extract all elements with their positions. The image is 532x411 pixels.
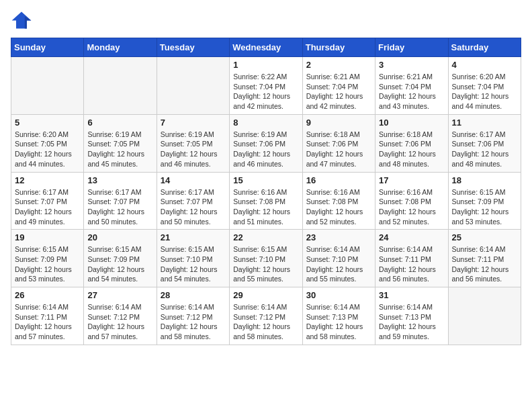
day-number: 6 [87,118,152,128]
day-number: 25 [452,232,517,242]
day-info: Sunrise: 6:16 AM Sunset: 7:08 PM Dayligh… [233,187,298,227]
day-info: Sunrise: 6:14 AM Sunset: 7:11 PM Dayligh… [15,302,80,342]
day-info: Sunrise: 6:14 AM Sunset: 7:11 PM Dayligh… [379,244,444,284]
calendar-cell: 16Sunrise: 6:16 AM Sunset: 7:08 PM Dayli… [302,172,375,230]
day-number: 2 [306,60,371,70]
day-number: 3 [379,60,444,70]
calendar-cell: 26Sunrise: 6:14 AM Sunset: 7:11 PM Dayli… [11,287,84,345]
day-info: Sunrise: 6:18 AM Sunset: 7:06 PM Dayligh… [306,130,371,169]
day-number: 31 [379,290,444,300]
day-info: Sunrise: 6:20 AM Sunset: 7:05 PM Dayligh… [15,130,80,169]
day-info: Sunrise: 6:16 AM Sunset: 7:08 PM Dayligh… [379,187,444,227]
calendar-cell: 3Sunrise: 6:21 AM Sunset: 7:04 PM Daylig… [375,57,448,115]
calendar-body: 1Sunrise: 6:22 AM Sunset: 7:04 PM Daylig… [11,57,521,345]
day-number: 14 [161,175,226,185]
weekday-header-friday: Friday [375,38,448,57]
calendar-cell: 29Sunrise: 6:14 AM Sunset: 7:12 PM Dayli… [230,287,302,345]
calendar-cell: 21Sunrise: 6:15 AM Sunset: 7:10 PM Dayli… [157,230,229,287]
calendar-cell: 24Sunrise: 6:14 AM Sunset: 7:11 PM Dayli… [375,230,448,287]
day-info: Sunrise: 6:15 AM Sunset: 7:10 PM Dayligh… [161,244,226,284]
day-number: 18 [452,175,517,185]
weekday-header-sunday: Sunday [11,38,84,57]
day-info: Sunrise: 6:16 AM Sunset: 7:08 PM Dayligh… [306,187,371,227]
day-info: Sunrise: 6:15 AM Sunset: 7:09 PM Dayligh… [15,244,80,284]
calendar-week-4: 19Sunrise: 6:15 AM Sunset: 7:09 PM Dayli… [11,230,521,287]
calendar-cell: 20Sunrise: 6:15 AM Sunset: 7:09 PM Dayli… [84,230,157,287]
day-number: 19 [15,232,80,242]
calendar-week-1: 1Sunrise: 6:22 AM Sunset: 7:04 PM Daylig… [11,57,521,115]
day-number: 5 [15,118,80,128]
calendar-cell: 22Sunrise: 6:15 AM Sunset: 7:10 PM Dayli… [230,230,302,287]
day-info: Sunrise: 6:20 AM Sunset: 7:04 PM Dayligh… [452,72,517,111]
calendar-cell: 27Sunrise: 6:14 AM Sunset: 7:12 PM Dayli… [84,287,157,345]
calendar-cell: 4Sunrise: 6:20 AM Sunset: 7:04 PM Daylig… [448,57,521,115]
calendar-cell [157,57,229,115]
day-number: 8 [233,118,298,128]
weekday-header-wednesday: Wednesday [230,38,302,57]
calendar-cell [448,287,521,345]
day-number: 10 [379,118,444,128]
day-number: 20 [87,232,152,242]
calendar-cell [11,57,84,115]
calendar-cell: 7Sunrise: 6:19 AM Sunset: 7:05 PM Daylig… [157,114,229,172]
day-number: 11 [452,118,517,128]
day-info: Sunrise: 6:17 AM Sunset: 7:06 PM Dayligh… [452,130,517,169]
calendar-cell: 11Sunrise: 6:17 AM Sunset: 7:06 PM Dayli… [448,114,521,172]
calendar-week-2: 5Sunrise: 6:20 AM Sunset: 7:05 PM Daylig… [11,114,521,172]
day-info: Sunrise: 6:17 AM Sunset: 7:07 PM Dayligh… [161,187,226,227]
day-info: Sunrise: 6:14 AM Sunset: 7:12 PM Dayligh… [161,302,226,342]
calendar-cell: 19Sunrise: 6:15 AM Sunset: 7:09 PM Dayli… [11,230,84,287]
day-number: 24 [379,232,444,242]
weekday-header-saturday: Saturday [448,38,521,57]
calendar-cell: 25Sunrise: 6:14 AM Sunset: 7:11 PM Dayli… [448,230,521,287]
day-number: 4 [452,60,517,70]
day-number: 29 [233,290,298,300]
logo-icon [11,11,32,30]
day-info: Sunrise: 6:22 AM Sunset: 7:04 PM Dayligh… [233,72,298,111]
calendar-table: SundayMondayTuesdayWednesdayThursdayFrid… [11,38,521,345]
weekday-header-thursday: Thursday [302,38,375,57]
day-number: 9 [306,118,371,128]
calendar-cell: 8Sunrise: 6:19 AM Sunset: 7:06 PM Daylig… [230,114,302,172]
day-info: Sunrise: 6:14 AM Sunset: 7:10 PM Dayligh… [306,244,371,284]
calendar-cell: 9Sunrise: 6:18 AM Sunset: 7:06 PM Daylig… [302,114,375,172]
day-info: Sunrise: 6:18 AM Sunset: 7:06 PM Dayligh… [379,130,444,169]
day-number: 23 [306,232,371,242]
calendar-cell [84,57,157,115]
day-info: Sunrise: 6:17 AM Sunset: 7:07 PM Dayligh… [87,187,152,227]
day-info: Sunrise: 6:19 AM Sunset: 7:05 PM Dayligh… [161,130,226,169]
calendar-cell: 31Sunrise: 6:14 AM Sunset: 7:13 PM Dayli… [375,287,448,345]
day-info: Sunrise: 6:17 AM Sunset: 7:07 PM Dayligh… [15,187,80,227]
day-info: Sunrise: 6:15 AM Sunset: 7:09 PM Dayligh… [452,187,517,227]
calendar-cell: 15Sunrise: 6:16 AM Sunset: 7:08 PM Dayli… [230,172,302,230]
calendar-cell: 5Sunrise: 6:20 AM Sunset: 7:05 PM Daylig… [11,114,84,172]
day-number: 27 [87,290,152,300]
calendar-cell: 28Sunrise: 6:14 AM Sunset: 7:12 PM Dayli… [157,287,229,345]
weekday-header-row: SundayMondayTuesdayWednesdayThursdayFrid… [11,38,521,57]
weekday-header-tuesday: Tuesday [157,38,229,57]
day-number: 7 [161,118,226,128]
day-info: Sunrise: 6:14 AM Sunset: 7:12 PM Dayligh… [233,302,298,342]
day-info: Sunrise: 6:15 AM Sunset: 7:09 PM Dayligh… [87,244,152,284]
day-number: 17 [379,175,444,185]
calendar-week-3: 12Sunrise: 6:17 AM Sunset: 7:07 PM Dayli… [11,172,521,230]
day-number: 21 [161,232,226,242]
calendar-cell: 23Sunrise: 6:14 AM Sunset: 7:10 PM Dayli… [302,230,375,287]
day-number: 16 [306,175,371,185]
calendar-cell: 17Sunrise: 6:16 AM Sunset: 7:08 PM Dayli… [375,172,448,230]
day-info: Sunrise: 6:21 AM Sunset: 7:04 PM Dayligh… [379,72,444,111]
calendar-cell: 13Sunrise: 6:17 AM Sunset: 7:07 PM Dayli… [84,172,157,230]
calendar-cell: 10Sunrise: 6:18 AM Sunset: 7:06 PM Dayli… [375,114,448,172]
day-number: 13 [87,175,152,185]
day-info: Sunrise: 6:19 AM Sunset: 7:06 PM Dayligh… [233,130,298,169]
calendar-cell: 14Sunrise: 6:17 AM Sunset: 7:07 PM Dayli… [157,172,229,230]
calendar-cell: 18Sunrise: 6:15 AM Sunset: 7:09 PM Dayli… [448,172,521,230]
day-number: 15 [233,175,298,185]
day-number: 26 [15,290,80,300]
day-info: Sunrise: 6:21 AM Sunset: 7:04 PM Dayligh… [306,72,371,111]
day-number: 30 [306,290,371,300]
day-info: Sunrise: 6:19 AM Sunset: 7:05 PM Dayligh… [87,130,152,169]
day-info: Sunrise: 6:14 AM Sunset: 7:12 PM Dayligh… [87,302,152,342]
calendar-week-5: 26Sunrise: 6:14 AM Sunset: 7:11 PM Dayli… [11,287,521,345]
day-number: 22 [233,232,298,242]
